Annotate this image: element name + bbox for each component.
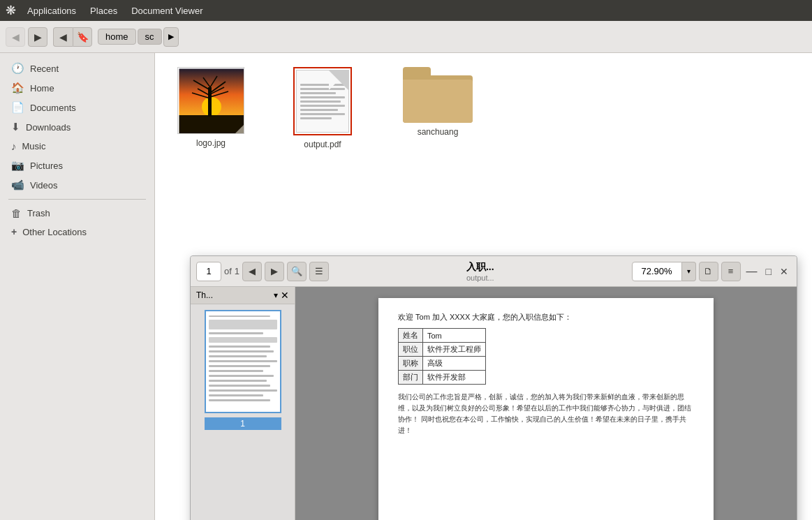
output-pdf-label: output.pdf [304,140,341,149]
table-row: 职位 软件开发工程师 [399,343,486,357]
back-icon: ◀ [12,31,20,43]
pdf-greeting: 欢迎 Tom 加入 XXXX 大家庭，您的入职信息如下： [398,312,694,322]
breadcrumb-arrow[interactable]: ▶ [163,27,179,47]
field-value-position: 软件开发工程师 [423,343,486,357]
output-pdf-selected-frame [293,67,352,135]
pdf-page: 欢迎 Tom 加入 XXXX 大家庭，您的入职信息如下： 姓名 Tom 职位 软… [378,298,714,520]
sidebar-label-videos: Videos [30,180,58,191]
sidebar-item-other-locations[interactable]: + Other Locations [3,223,152,241]
sidebar-item-recent[interactable]: 🕐 Recent [3,59,152,78]
thumbnail-page-number-1: 1 [205,417,281,430]
thumbnail-panel-label: Th... [196,290,271,300]
sidebar-item-home[interactable]: 🏠 Home [3,78,152,98]
sidebar-item-trash[interactable]: 🗑 Trash [3,204,152,223]
thumbnail-panel-header: Th... ▾ ✕ [191,287,295,304]
menu-document-viewer[interactable]: Document Viewer [126,4,208,17]
sidebar-item-downloads[interactable]: ⬇ Downloads [3,117,152,137]
minimize-button[interactable]: — [744,265,760,278]
breadcrumb-sc[interactable]: sc [138,29,162,45]
sanchuang-label: sanchuang [418,127,459,137]
logo-jpg-thumbnail [177,67,244,134]
home-icon: 🏠 [11,82,24,94]
sidebar-item-videos[interactable]: 📹 Videos [3,175,152,195]
back-button[interactable]: ◀ [6,27,25,47]
pdf-info-table: 姓名 Tom 职位 软件开发工程师 职称 高级 [398,328,486,385]
table-row: 职称 高级 [399,357,486,371]
page-prev-icon: ◀ [249,266,256,276]
parent-up-icon: ◀ [59,31,67,43]
viewer-body: Th... ▾ ✕ [191,287,797,520]
sidebar: 🕐 Recent 🏠 Home 📄 Documents ⬇ Downloads … [0,53,155,520]
svg-rect-2 [178,115,244,134]
page-number-input[interactable] [196,262,221,281]
field-value-title: 高级 [423,357,486,371]
page-of-label: of [224,266,232,276]
thumbnail-dropdown-icon[interactable]: ▾ [274,290,278,300]
page-total-label: 1 [235,266,239,276]
menu-button[interactable]: ≡ [721,262,741,281]
breadcrumb: home sc ▶ [98,27,179,47]
app-icon: ❋ [6,3,16,18]
viewer-toolbar: of 1 ◀ ▶ 🔍 ☰ 入职... [191,256,797,287]
sidebar-toggle-button[interactable]: ☰ [309,262,329,281]
page-view-button[interactable]: 🗋 [699,262,718,281]
documents-icon: 📄 [11,101,24,114]
file-logo-jpg[interactable]: logo.jpg [176,67,246,148]
menu-bar: ❋ Applications Places Document Viewer [0,0,812,21]
recent-icon: 🕐 [11,62,24,75]
pdf-content-area[interactable]: 欢迎 Tom 加入 XXXX 大家庭，您的入职信息如下： 姓名 Tom 职位 软… [295,287,797,520]
page-next-button[interactable]: ▶ [265,262,284,281]
sidebar-divider [8,199,146,200]
page-prev-button[interactable]: ◀ [242,262,262,281]
pictures-icon: 📷 [11,159,24,172]
field-label-title: 职称 [399,357,423,371]
thumbnail-page-1[interactable] [205,310,281,413]
file-output-pdf[interactable]: output.pdf [288,67,357,149]
sidebar-label-home: Home [30,83,54,94]
sidebar-label-pictures: Pictures [30,161,63,171]
bookmark-button[interactable]: 🔖 [73,27,92,47]
thumbnail-content: 1 [191,304,295,520]
sidebar-item-pictures[interactable]: 📷 Pictures [3,156,152,175]
zoom-dropdown-button[interactable]: ▾ [682,262,696,281]
pdf-body-text: 我们公司的工作忠旨是严格，创新，诚信，您的加入将为我们带来新鲜的血液，带来创新的… [398,392,694,436]
search-icon: 🔍 [291,266,302,276]
field-value-name: Tom [423,329,486,343]
close-button[interactable]: ✕ [777,266,791,277]
maximize-button[interactable]: □ [763,266,774,277]
sidebar-item-documents[interactable]: 📄 Documents [3,98,152,117]
search-button[interactable]: 🔍 [287,262,307,281]
page-next-icon: ▶ [271,266,278,276]
zoom-input[interactable] [632,262,682,281]
viewer-title-area: 入职... output... [332,261,628,282]
zoom-control: ▾ [632,262,696,281]
menu-places[interactable]: Places [84,4,123,17]
parent-up-button[interactable]: ◀ [53,27,73,47]
thumbnail-panel: Th... ▾ ✕ [191,287,295,520]
thumbnail-close-button[interactable]: ✕ [281,290,289,301]
field-label-name: 姓名 [399,329,423,343]
trash-icon: 🗑 [11,207,22,219]
sidebar-label-trash: Trash [27,208,50,218]
menu-applications[interactable]: Applications [22,4,82,17]
breadcrumb-home[interactable]: home [98,29,136,45]
field-value-dept: 软件开发部 [423,371,486,385]
sidebar-label-downloads: Downloads [26,122,71,133]
forward-icon: ▶ [34,31,42,43]
sidebar-toggle-icon: ☰ [315,266,323,276]
videos-icon: 📹 [11,179,24,191]
sidebar-label-recent: Recent [30,64,59,74]
toolbar: ◀ ▶ ◀ 🔖 home sc ▶ [0,21,812,53]
sidebar-item-music[interactable]: ♪ Music [3,137,152,156]
sidebar-label-other-locations: Other Locations [22,227,87,237]
file-sanchuang[interactable]: sanchuang [399,67,476,137]
downloads-icon: ⬇ [11,121,20,133]
file-area: logo.jpg outpu [155,53,812,520]
sidebar-label-music: Music [22,141,46,151]
sidebar-label-documents: Documents [30,103,76,113]
field-label-position: 职位 [399,343,423,357]
forward-button[interactable]: ▶ [28,27,47,47]
table-row: 部门 软件开发部 [399,371,486,385]
page-view-icon: 🗋 [704,266,713,276]
other-locations-icon: + [11,226,17,237]
